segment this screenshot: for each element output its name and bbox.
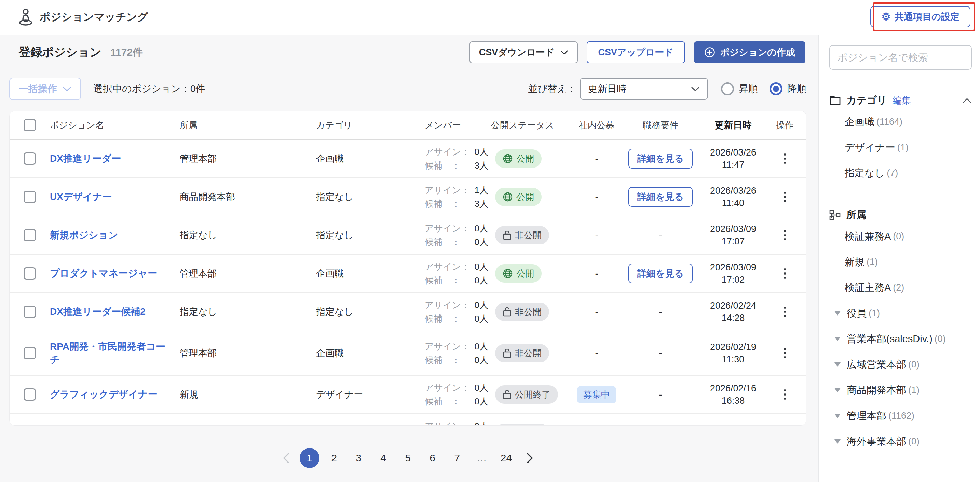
jobreq-cell: 詳細を見る [618, 263, 703, 283]
actions-cell [763, 345, 807, 362]
updated-cell: 2026/02/2414:28 [703, 300, 763, 324]
sort-asc-label: 昇順 [739, 82, 758, 96]
row-actions-kebab-icon[interactable] [779, 150, 791, 167]
create-position-button[interactable]: ポジションの作成 [694, 41, 805, 63]
position-name-link[interactable]: グラフィックデザイナー [50, 388, 180, 401]
sort-desc-radio[interactable]: 降順 [770, 82, 807, 96]
status-badge: 公開 [495, 149, 542, 168]
row-actions-kebab-icon[interactable] [779, 424, 791, 426]
page-number[interactable]: 1 [300, 448, 320, 468]
row-checkbox[interactable] [24, 347, 36, 359]
page-number[interactable]: 6 [423, 448, 442, 468]
view-details-button[interactable]: 詳細を見る [628, 263, 693, 283]
page-number[interactable]: 2 [324, 448, 344, 468]
sidebar-tree-item[interactable]: 管理本部 (1162) [829, 403, 972, 429]
department-cell: 管理本部 [180, 347, 316, 359]
category-cell: 指定なし [316, 229, 425, 241]
chevron-up-icon[interactable] [962, 97, 972, 104]
actions-cell [763, 227, 807, 244]
category-edit-link[interactable]: 編集 [892, 94, 911, 107]
internal-recruiting-cell: - [576, 230, 618, 241]
jobreq-cell: 詳細を見る [618, 187, 703, 207]
sidebar-item-count: (1) [869, 308, 880, 319]
pagination: 1234567…24 [9, 444, 807, 472]
sidebar-item-count: (1) [867, 257, 878, 267]
page-number[interactable]: 5 [398, 448, 418, 468]
status-cell: 非公開 [491, 423, 576, 426]
app-logo-person-marker-icon [18, 8, 33, 26]
row-actions-kebab-icon[interactable] [779, 386, 791, 403]
select-all-checkbox[interactable] [24, 119, 36, 131]
page-number[interactable]: 3 [349, 448, 369, 468]
jobreq-cell: - [618, 306, 703, 317]
position-name-link[interactable]: プロダクトマネージャー [50, 267, 180, 280]
position-name-link[interactable]: DX推進リーダー [50, 152, 180, 165]
sort-select[interactable]: 更新日時 [580, 78, 708, 100]
sidebar-tree-item[interactable]: 海外事業本部 (0) [829, 429, 972, 454]
table-row: DX推進リーダー候補2 指定なし 指定なし アサイン：0人 候補 ：0人 [10, 293, 806, 331]
view-details-button[interactable]: 詳細を見る [628, 149, 693, 169]
row-actions-kebab-icon[interactable] [779, 265, 791, 282]
updated-cell: 2026/03/2611:47 [703, 146, 763, 171]
position-name-link[interactable]: UXデザイナー [50, 190, 180, 203]
row-actions-kebab-icon[interactable] [779, 227, 791, 244]
sidebar-filter-item[interactable]: 検証兼務A (0) [829, 223, 972, 249]
sidebar-filter-item[interactable]: 新規 (1) [829, 249, 972, 275]
table-body: DX推進リーダー 管理本部 企画職 アサイン：0人 候補 ：3人 公 [10, 140, 806, 426]
internal-recruiting-cell: - [576, 348, 618, 359]
member-cell: アサイン：0人 候補 ：0人 [425, 222, 491, 249]
view-details-button[interactable]: 詳細を見る [628, 187, 693, 207]
row-actions-kebab-icon[interactable] [779, 188, 791, 206]
prev-page-chevron-icon[interactable] [278, 448, 295, 468]
sort-asc-radio[interactable]: 昇順 [721, 82, 758, 96]
row-checkbox[interactable] [24, 267, 36, 279]
sidebar-item-label: 役員 [847, 306, 867, 320]
position-name-link[interactable]: 新規ポジション [50, 229, 180, 242]
department-cell: 管理本部 [180, 267, 316, 279]
row-checkbox[interactable] [24, 191, 36, 203]
row-checkbox[interactable] [24, 388, 36, 401]
table-row: UXデザイナー 商品開発本部 指定なし アサイン：1人 候補 ：3人 [10, 178, 806, 216]
position-search-input[interactable] [830, 46, 972, 69]
triangle-down-icon [834, 439, 841, 444]
page-number[interactable]: 7 [447, 448, 467, 468]
updated-cell: 2026/02/1616:38 [703, 382, 763, 407]
sidebar-tree-item[interactable]: 広域営業本部 (0) [829, 352, 972, 377]
csv-upload-button[interactable]: CSVアップロード [587, 41, 686, 63]
status-cell: 公開 [491, 149, 576, 168]
category-cell: 指定なし [316, 306, 425, 318]
status-label: 非公開 [515, 347, 542, 359]
sidebar-filter-item[interactable]: デザイナー (1) [829, 135, 972, 160]
department-cell: 指定なし [180, 306, 316, 318]
position-name-link[interactable]: RPA開発・市民開発者コーチ [50, 340, 180, 366]
jobreq-cell: - [618, 348, 703, 359]
sidebar-tree-item[interactable]: 商品開発本部 (1) [829, 377, 972, 403]
row-checkbox[interactable] [24, 229, 36, 241]
sidebar-filter-item[interactable]: 企画職 (1164) [829, 109, 972, 135]
chevron-down-icon [691, 86, 700, 92]
sidebar-item-count: (1162) [888, 410, 915, 421]
sidebar-filter-item[interactable]: 検証主務A (2) [829, 275, 972, 300]
internal-recruiting-cell: - [576, 306, 618, 317]
csv-upload-label: CSVアップロード [598, 46, 674, 59]
row-actions-kebab-icon[interactable] [779, 345, 791, 362]
row-checkbox[interactable] [24, 306, 36, 318]
page-number[interactable]: 4 [374, 448, 393, 468]
col-header-jobreq: 職務要件 [618, 119, 703, 131]
page-number[interactable]: 24 [496, 448, 516, 468]
sidebar-tree-item[interactable]: 営業本部(salesDiv.) (0) [829, 326, 972, 352]
row-actions-kebab-icon[interactable] [779, 303, 791, 320]
col-header-position-name: ポジション名 [50, 119, 180, 131]
globe-icon [503, 192, 513, 202]
actions-cell [763, 303, 807, 320]
sidebar-tree-item[interactable]: 役員 (1) [829, 300, 972, 326]
common-settings-button[interactable]: ⚙ 共通項目の設定 [870, 6, 970, 27]
globe-icon [503, 268, 513, 279]
next-page-chevron-icon[interactable] [521, 448, 538, 468]
actions-cell [763, 265, 807, 282]
position-name-link[interactable]: DX推進リーダー候補2 [50, 305, 180, 318]
bulk-action-button[interactable]: 一括操作 [9, 78, 81, 100]
sidebar-filter-item[interactable]: 指定なし (7) [829, 160, 972, 186]
row-checkbox[interactable] [24, 152, 36, 165]
csv-download-button[interactable]: CSVダウンロード [469, 41, 578, 63]
